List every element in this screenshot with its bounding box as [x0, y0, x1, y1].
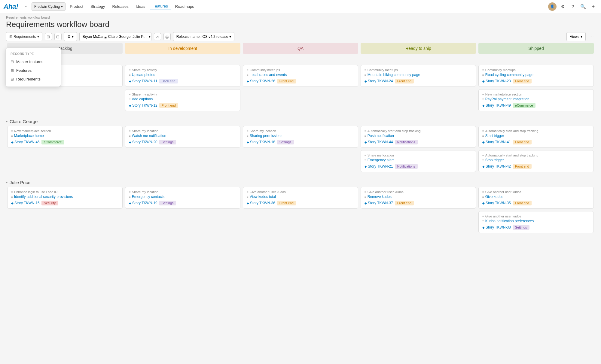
requirement-link[interactable]: ≡ Road cycling community page — [482, 73, 590, 77]
avatar[interactable]: 👤 — [548, 2, 557, 11]
requirement-link[interactable]: ≡ Start trigger — [482, 134, 590, 138]
card: ≡ Automatically start and stop tracking … — [478, 150, 594, 172]
nav-roadmaps[interactable]: Roadmaps — [172, 3, 197, 10]
nav-ideas[interactable]: Ideas — [133, 3, 148, 10]
card: ≡ Automatically start and stop tracking … — [478, 126, 594, 148]
req-icon: ≡ — [482, 220, 484, 223]
story-link[interactable]: ◆ Story TKWN-11 — [129, 79, 157, 83]
nav-strategy[interactable]: Strategy — [87, 3, 108, 10]
gear-icon[interactable]: ⚙ — [558, 2, 567, 11]
requirement-link[interactable]: ≡ Identify additional security provision… — [11, 195, 119, 199]
dropdown-item-master-features[interactable]: ⊞ Master features — [6, 57, 61, 66]
card: ≡ Give another user kudos ≡ Kudos notifi… — [478, 211, 594, 233]
nav-features[interactable]: Features — [150, 3, 171, 10]
filter-label: Bryan McCarty, Claire George, Julie Pr..… — [83, 35, 148, 39]
dropdown-item-features[interactable]: ⊞ Features — [6, 66, 61, 75]
feature-label: ≡ Share my activity — [129, 68, 236, 72]
story-link[interactable]: ◆ Story TKWN-18 — [247, 140, 275, 144]
requirement-link[interactable]: ≡ Emergency alert — [365, 158, 472, 162]
circle-icon[interactable]: ◎ — [163, 33, 171, 40]
requirement-link[interactable]: ≡ Sharing permissions — [247, 134, 354, 138]
story-link[interactable]: ◆ Story TKWN-35 — [482, 201, 511, 205]
card: ≡ Share my location ≡ Watch me notificat… — [125, 126, 240, 148]
assignee-filter[interactable]: Bryan McCarty, Claire George, Julie Pr..… — [79, 32, 151, 41]
requirement-link[interactable]: ≡ Watch me notification — [129, 134, 236, 138]
settings-button[interactable]: ⚙ ▾ — [64, 32, 77, 41]
story-link[interactable]: ◆ Story TKWN-23 — [482, 79, 511, 83]
dropdown-item-requirements[interactable]: ⊞ Requirements — [6, 75, 61, 83]
story-link[interactable]: ◆ Story TKWN-42 — [482, 164, 511, 168]
card: ≡ Automatically start and stop tracking … — [361, 126, 476, 148]
diamond-icon: ◆ — [11, 202, 14, 205]
story-link[interactable]: ◆ Story TKWN-19 — [129, 201, 157, 205]
story-link[interactable]: ◆ Story TKWN-49 — [482, 103, 511, 108]
story-link[interactable]: ◆ Story TKWN-15 — [11, 201, 40, 205]
grid-icon: ≡ — [365, 154, 366, 157]
diamond-icon: ◆ — [365, 202, 367, 205]
story-link[interactable]: ◆ Story TKWN-41 — [482, 140, 511, 144]
release-filter[interactable]: Release name: iOS v4.2 release ▾ — [173, 32, 235, 41]
diamond-icon: ◆ — [129, 104, 131, 107]
search-icon[interactable]: 🔍 — [579, 2, 587, 11]
story-link[interactable]: ◆ Story TKWN-21 — [365, 164, 393, 168]
grid-icon: ≡ — [129, 129, 131, 133]
requirement-link[interactable]: ≡ Stop trigger — [482, 158, 590, 162]
requirement-link[interactable]: ≡ Mountain biking community page — [365, 73, 472, 77]
col-header-ready: Ready to ship — [361, 43, 476, 54]
section-header-bryan[interactable]: ▾ Bryan McCarty — [6, 55, 595, 65]
diamond-icon: ◆ — [365, 165, 367, 168]
requirement-link[interactable]: ≡ Upload photos — [129, 73, 236, 77]
requirement-link[interactable]: ≡ Marketplace home — [11, 134, 119, 138]
chevron-down-icon: ▾ — [37, 35, 39, 39]
more-button[interactable]: ··· — [588, 34, 595, 40]
story-link[interactable]: ◆ Story TKWN-26 — [247, 79, 275, 83]
feature-label: ≡ Share my location — [129, 190, 236, 194]
nav-releases[interactable]: Releases — [109, 3, 131, 10]
card: ≡ Share my location ≡ Emergency contacts… — [125, 187, 240, 209]
story-link[interactable]: ◆ Story TKWN-36 — [247, 201, 275, 205]
requirement-link[interactable]: ≡ Add captions — [129, 97, 236, 101]
add-icon[interactable]: ＋ — [589, 2, 597, 11]
story-link[interactable]: ◆ Story TKWN-20 — [129, 140, 157, 144]
requirement-link[interactable]: ≡ Give kudos — [482, 195, 590, 199]
card: ≡ New marketplace section ≡ Marketplace … — [7, 126, 123, 148]
feature-label: ≡ Enhance login to use Face ID — [11, 190, 119, 194]
home-icon[interactable]: ⌂ — [22, 2, 30, 11]
badge: Front end — [395, 201, 414, 205]
grid-icon: ≡ — [11, 190, 13, 194]
funnel-icon[interactable]: ⊿ — [154, 33, 161, 40]
section-claire-shipped: ≡ Automatically start and stop tracking … — [478, 126, 594, 174]
req-icon: ≡ — [11, 134, 13, 138]
story-link[interactable]: ◆ Story TKWN-24 — [365, 79, 393, 83]
story-link[interactable]: ◆ Story TKWN-37 — [365, 201, 393, 205]
req-icon: ≡ — [11, 195, 13, 199]
requirement-link[interactable]: ≡ View kudos total — [247, 195, 354, 199]
req-icon: ≡ — [482, 73, 484, 77]
requirement-link[interactable]: ≡ Emergency contacts — [129, 195, 236, 199]
diamond-icon: ◆ — [247, 202, 249, 205]
story-link[interactable]: ◆ Story TKWN-38 — [482, 225, 511, 229]
requirement-link[interactable]: ≡ Local races and events — [247, 73, 354, 77]
record-type-button[interactable]: ⊞ Requirements ▾ — [6, 32, 42, 41]
requirement-link[interactable]: ≡ Kudos notification preferences — [482, 219, 590, 223]
story-link[interactable]: ◆ Story TKWN-46 — [11, 140, 40, 144]
page-title: Requirements workflow board — [6, 20, 595, 29]
section-header-claire[interactable]: ▾ Claire George — [6, 116, 595, 126]
chevron-icon: ▾ — [6, 180, 8, 184]
requirement-link[interactable]: ≡ Push notification — [365, 134, 472, 138]
view-grid-icon[interactable]: ⊞ — [45, 33, 52, 40]
story-link[interactable]: ◆ Story TKWN-44 — [365, 140, 393, 144]
views-button[interactable]: Views ▾ — [566, 32, 586, 41]
section-header-julie[interactable]: ▾ Julie Price — [6, 177, 595, 187]
workspace-dropdown[interactable]: Fredwin Cycling ▾ — [32, 2, 66, 11]
requirement-link[interactable]: ≡ PayPal payment integration — [482, 97, 590, 101]
nav-product[interactable]: Product — [67, 3, 86, 10]
diamond-icon: ◆ — [482, 104, 485, 107]
requirement-link[interactable]: ≡ Remove kudos — [365, 195, 472, 199]
view-list-icon[interactable]: ⊟ — [54, 33, 62, 40]
help-icon[interactable]: ? — [569, 2, 577, 11]
story-link[interactable]: ◆ Story TKWN-12 — [129, 103, 157, 108]
logo[interactable]: Aha! — [4, 3, 18, 11]
diamond-icon: ◆ — [482, 202, 485, 205]
badge: Front end — [277, 79, 296, 83]
